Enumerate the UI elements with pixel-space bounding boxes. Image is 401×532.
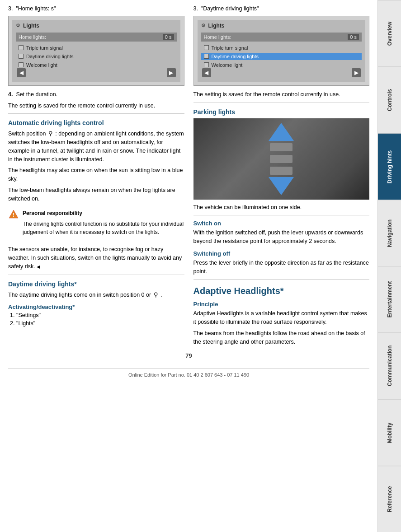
divider-2 — [8, 275, 184, 275]
warning-triangle-icon: ! — [8, 209, 19, 220]
screen2-checkbox-welcome: Welcome light — [201, 61, 362, 69]
auto-lights-text4: The low-beam headlights always remain on… — [8, 186, 184, 203]
screen2-checkbox-triple: Triple turn signal — [201, 44, 362, 51]
adaptive-heading: Adaptive Headlights* — [193, 286, 370, 296]
page-number-text: 79 — [185, 352, 192, 359]
arrow-up-icon — [269, 123, 294, 141]
sidebar-tab-mobility[interactable]: Mobility — [378, 399, 401, 466]
screen-image-1: ⚙ Lights Home lights: 0 s Triple turn si… — [8, 16, 184, 86]
act-step1-text: "Settings" — [16, 312, 41, 318]
checkbox-welcome-light: Welcome light — [16, 61, 177, 69]
checkbox-box-1 — [19, 45, 24, 50]
warning-text-container: Personal responsibility The driving ligh… — [23, 209, 184, 239]
screen2-title-icon: ⚙ — [201, 23, 206, 28]
left-step3: 3. "Home lights: s" — [8, 5, 184, 13]
switch-on-heading: Switch on — [193, 220, 370, 227]
divider-right-2 — [193, 215, 370, 215]
footer: Online Edition for Part no. 01 40 2 607 … — [8, 368, 369, 378]
arrow-down-icon — [269, 177, 294, 195]
sidebar-tab-reference[interactable]: Reference — [378, 466, 401, 532]
principle-heading: Principle — [193, 301, 370, 308]
setting-saved-text: The setting is saved for the remote cont… — [8, 102, 184, 110]
parking-controls — [270, 143, 292, 175]
sidebar-tab-driving-hints[interactable]: Driving hints — [378, 133, 401, 200]
screen2-checkbox-daytime: Daytime driving lights — [201, 53, 362, 60]
auto-lights-text3: The headlights may also come on when the… — [8, 166, 184, 183]
sidebar: Overview Controls Driving hints Navigati… — [377, 0, 401, 532]
screen2-nav-arrow-right[interactable]: ▶ — [352, 68, 361, 77]
sidebar-tab-entertainment[interactable]: Entertainment — [378, 266, 401, 332]
daytime-text-para: The daytime driving lights come on in sw… — [8, 290, 184, 299]
screen2-home-lights-row: Home lights: 0 s — [201, 33, 362, 42]
screen-title: Lights — [23, 23, 39, 29]
daytime-heading: Daytime driving lights* — [8, 280, 184, 288]
sensors-text-span: The sensors are unable, for instance, to… — [8, 246, 182, 270]
parking-lights-image — [193, 118, 370, 200]
daytime-text2: . — [160, 292, 162, 298]
footer-text: Online Edition for Part no. 01 40 2 607 … — [128, 372, 249, 378]
ctrl-btn-3 — [270, 167, 292, 175]
page-number: 79 — [8, 352, 369, 359]
auto-lights-para1: Switch position ⚲ : depending on ambient… — [8, 129, 184, 163]
right-step3-text: "Daytime driving lights" — [201, 5, 259, 12]
screen2-home-lights-value: 0 s — [348, 34, 359, 40]
screen2-title: Lights — [208, 23, 225, 29]
sidebar-tab-controls[interactable]: Controls — [378, 66, 401, 133]
sidebar-tab-communication[interactable]: Communication — [378, 332, 401, 399]
screen2-checkbox-label-1: Triple turn signal — [212, 45, 248, 51]
divider-1 — [8, 113, 184, 114]
checkbox-box-3 — [19, 62, 24, 67]
activating-steps: "Settings" "Lights" — [8, 312, 184, 327]
sidebar-tab-navigation[interactable]: Navigation — [378, 200, 401, 266]
sidebar-tab-overview[interactable]: Overview — [378, 0, 401, 66]
nav-arrow-left[interactable]: ◀ — [17, 68, 26, 77]
right-step3-number: 3. — [193, 5, 198, 12]
switching-off-heading: Switching off — [193, 250, 370, 257]
divider-right-3 — [193, 279, 370, 280]
warning-title: Personal responsibility — [23, 209, 184, 217]
sensors-text: The sensors are unable, for instance, to… — [8, 245, 184, 271]
principle-text1: Adaptive Headlights is a variable headli… — [193, 309, 370, 327]
checkbox-label-2: Daytime driving lights — [26, 54, 74, 59]
screen2-nav-arrow-left[interactable]: ◀ — [202, 68, 211, 77]
warning-box: ! Personal responsibility The driving li… — [8, 206, 184, 242]
switch-on-text: With the ignition switched off, push the… — [193, 229, 370, 246]
nav-arrow-right[interactable]: ▶ — [167, 68, 176, 77]
screen2-checkbox-box-1 — [204, 45, 209, 50]
parking-heading: Parking lights — [193, 108, 370, 116]
svg-text:!: ! — [13, 212, 14, 218]
checkbox-box-2 — [19, 54, 24, 59]
left-step4: 4. Set the duration. — [8, 90, 184, 99]
home-lights-row: Home lights: 0 s — [16, 33, 177, 42]
act-step2-text: "Lights" — [16, 320, 35, 327]
step4-text: Set the duration. — [16, 91, 57, 98]
warning-text: The driving lights control function is n… — [23, 220, 184, 236]
screen2-checkbox-box-3 — [204, 62, 209, 67]
principle-text2: The beams from the headlights follow the… — [193, 329, 370, 346]
screen2-checkbox-box-2 — [204, 54, 209, 59]
checkbox-label-1: Triple turn signal — [26, 45, 63, 51]
checkbox-triple-turn: Triple turn signal — [16, 44, 177, 51]
ctrl-btn-2 — [270, 155, 292, 163]
step3-text: "Home lights: s" — [16, 5, 56, 12]
step4-number: 4. — [8, 91, 13, 98]
screen-title-icon: ⚙ — [16, 23, 20, 28]
daytime-text: The daytime driving lights come on in sw… — [8, 292, 151, 298]
parking-caption: The vehicle can be illuminated on one si… — [193, 203, 370, 212]
auto-lights-text1: Switch position — [8, 131, 46, 137]
home-lights-label: Home lights: — [19, 34, 46, 40]
switching-off-text: Press the lever briefly in the opposite … — [193, 259, 370, 276]
ctrl-btn-1 — [270, 143, 292, 151]
checkbox-label-3: Welcome light — [26, 62, 57, 68]
auto-icon: ⚲ — [48, 130, 53, 137]
auto-icon2: ⚲ — [154, 291, 158, 298]
screen2-checkbox-label-3: Welcome light — [212, 62, 243, 68]
act-step2: "Lights" — [16, 320, 184, 327]
step3-number: 3. — [8, 5, 13, 12]
screen2-home-lights-label: Home lights: — [204, 34, 231, 40]
screen2-checkbox-label-2: Daytime driving lights — [212, 54, 259, 59]
back-symbol: ◀ — [37, 264, 40, 269]
divider-right-1 — [193, 103, 370, 103]
act-step1: "Settings" — [16, 312, 184, 318]
auto-lights-heading: Automatic driving lights control — [8, 119, 184, 126]
